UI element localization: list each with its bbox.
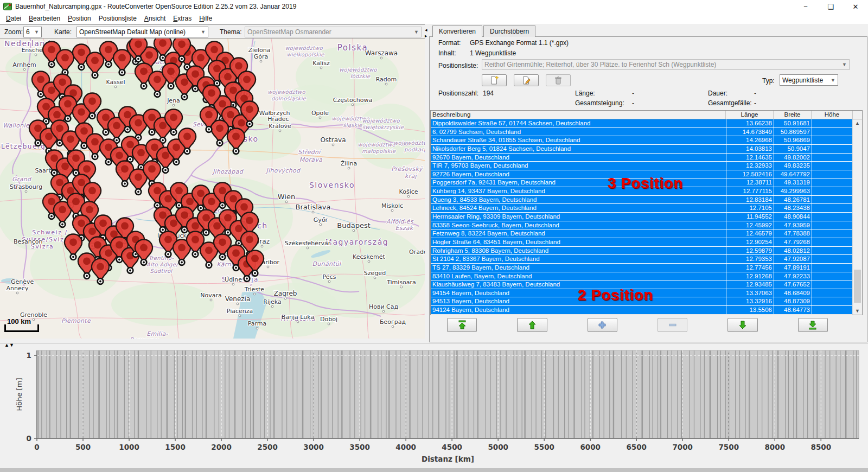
chart-tick-label: 1 (27, 351, 31, 360)
cell-beschreibung: 83358 Seeon-Seebruck, Bayern, Deutschlan… (431, 221, 726, 229)
tab-konvertieren[interactable]: Konvertieren (432, 25, 482, 37)
menu-item-positionsliste[interactable]: Positionsliste (95, 14, 141, 23)
cell-breite: 48.64773 (774, 306, 812, 314)
collapse-up-icon[interactable]: ▲ (4, 342, 9, 348)
dauer-value: - (754, 90, 756, 97)
typ-select[interactable]: Wegpunktliste▼ (780, 74, 838, 86)
chart-tick-label: 7500 (718, 443, 739, 451)
table-row[interactable]: 92670 Bayern, Deutschland12.1463549.8200… (431, 154, 853, 162)
city-dot (332, 144, 334, 146)
map-svg[interactable]: NederlandPolskaČeskoÖsterreichSlovenskoM… (0, 39, 425, 339)
move-up-button[interactable] (517, 318, 547, 332)
zoom-select[interactable]: 6▼ (23, 27, 42, 37)
chart-tick-label: 5000 (488, 443, 508, 451)
chart-tick-label: 6000 (580, 443, 601, 451)
cell-länge: 12.38711 (726, 178, 774, 187)
tab-strip: Konvertieren Durchstöbern (432, 25, 537, 37)
cell-beschreibung: St 2104 2, 83367 Bayern, Deutschland (431, 255, 726, 263)
column-header-beschreibung[interactable]: Beschreibung (431, 111, 726, 119)
map-label: Warszawa (365, 49, 398, 57)
remove-icon (668, 320, 678, 330)
add-position-button[interactable] (588, 318, 617, 332)
menu-item-hilfe[interactable]: Hilfe (195, 14, 216, 23)
cell-länge: 13.37063 (726, 289, 774, 297)
map-label: Wallonie (3, 122, 30, 129)
cell-breite: 47.67652 (774, 280, 812, 289)
table-row[interactable]: Schandauer Straße 34, 01855 Sachsen, Deu… (431, 136, 853, 145)
collapse-down-icon[interactable]: ▼ (9, 342, 14, 348)
table-row[interactable]: 6, 02799 Sachsen, Deutschland14.67384950… (431, 128, 853, 137)
rename-positionlist-button[interactable] (514, 74, 539, 86)
annotation-2-position: 2 Position (578, 287, 653, 304)
table-row[interactable]: Lehneck, 84524 Bayern, Deutschland12.710… (431, 204, 853, 213)
move-to-bottom-button[interactable] (798, 318, 828, 332)
map-label: Grand (12, 176, 32, 183)
table-row[interactable]: Nikolsdorfer Berg 5, 01824 Sachsen, Deut… (431, 145, 853, 154)
map-label: Jihovýchod (265, 167, 301, 174)
horizontal-splitter[interactable]: ▲▼ (4, 343, 14, 348)
scroll-up-icon[interactable]: ▲ (853, 120, 862, 126)
minimize-button[interactable]: − (793, 0, 818, 13)
tab-durchstoebern[interactable]: Durchstöbern (483, 25, 535, 37)
scroll-down-icon[interactable]: ▼ (853, 308, 862, 314)
menu-item-position[interactable]: Position (64, 14, 95, 23)
map-label: Strasbourg (10, 183, 42, 190)
cell-höhe (812, 178, 853, 187)
map-label: Ostrava (320, 136, 346, 144)
cell-länge: 12.79353 (726, 255, 774, 263)
move-down-button[interactable] (727, 318, 757, 332)
menu-item-bearbeiten[interactable]: Bearbeiten (25, 14, 64, 23)
gesamtgefaelle-value: - (754, 99, 756, 107)
column-header-breite[interactable]: Breite (774, 111, 812, 119)
cell-breite: 48.23438 (774, 204, 812, 212)
restore-button[interactable]: ❏ (818, 0, 843, 13)
table-row[interactable]: Rohrigham 5, 83308 Bayern, Deutschland12… (431, 247, 853, 256)
city-dot (256, 327, 258, 329)
table-row[interactable]: TS 27, 83329 Bayern, Deutschland12.77456… (431, 264, 853, 272)
menu-item-extras[interactable]: Extras (169, 14, 195, 23)
column-header-höhe[interactable]: Höhe (812, 111, 853, 119)
table-row[interactable]: St 2104 2, 83367 Bayern, Deutschland12.7… (431, 255, 853, 264)
cell-höhe (812, 145, 853, 153)
move-to-top-button[interactable] (447, 318, 477, 332)
collapse-left-icon[interactable]: ◂ (425, 28, 427, 33)
cell-breite: 49.31319 (774, 178, 812, 187)
collapse-right-icon[interactable]: ▸ (425, 34, 427, 39)
menu-item-ansicht[interactable]: Ansicht (141, 14, 169, 23)
table-row[interactable]: Högler Straße 64, 83451 Bayern, Deutschl… (431, 238, 853, 247)
annotation-3-position: 3 Position (608, 175, 683, 192)
gesamtsteigung-value: - (632, 99, 634, 107)
table-row[interactable]: 94124 Bayern, Deutschland13.550648.64773 (431, 306, 853, 315)
city-dot (35, 54, 37, 56)
vertical-splitter[interactable]: ◂ ▸ (425, 24, 429, 343)
new-positionlist-button[interactable] (482, 74, 507, 86)
city-dot (279, 130, 281, 132)
table-row[interactable]: TIR 7, 95703 Bayern, Deutschland12.32933… (431, 162, 853, 170)
map-label: Novara (200, 292, 221, 299)
scrollbar-thumb[interactable] (854, 270, 861, 303)
map-view[interactable]: NederlandPolskaČeskoÖsterreichSlovenskoM… (0, 39, 425, 339)
table-row[interactable]: Fetznweg 8, 83224 Bayern, Deutschland12.… (431, 229, 853, 238)
close-button[interactable]: ✕ (843, 0, 868, 13)
cell-breite: 50.96869 (774, 136, 812, 144)
cell-länge: 14.26968 (726, 136, 774, 144)
karte-select[interactable]: OpenStreetMap Default Map (online)▼ (76, 27, 208, 37)
table-row[interactable]: Queng 3, 84533 Bayern, Deutschland12.831… (431, 196, 853, 205)
map-label: Südtirol (150, 268, 173, 274)
window-bottom-edge (0, 468, 868, 472)
city-dot (320, 67, 322, 69)
cell-breite: 48.26781 (774, 196, 812, 204)
table-row[interactable]: Herrnsaaler Ring, 93309 Bayern, Deutschl… (431, 213, 853, 221)
cell-beschreibung: Queng 3, 84533 Bayern, Deutschland (431, 196, 726, 204)
city-dot (210, 299, 212, 301)
column-header-länge[interactable]: Länge (726, 111, 774, 119)
table-row[interactable]: 83358 Seeon-Seebruck, Bayern, Deutschlan… (431, 221, 853, 230)
typ-label: Typ: (762, 77, 775, 85)
table-row[interactable]: Dippoldiswalder Straße 57, 01744 Sachsen… (431, 119, 853, 128)
city-dot (374, 277, 376, 279)
positionsliste-select[interactable]: Reithof Girtenmühle; Reiterhof, über 30 … (482, 59, 850, 70)
table-scrollbar[interactable]: ▲ ▼ (852, 119, 862, 315)
menu-item-datei[interactable]: Datei (2, 14, 25, 23)
cell-höhe (812, 306, 853, 314)
table-row[interactable]: 83410 Laufen, Bayern, Deutschland12.9126… (431, 272, 853, 281)
